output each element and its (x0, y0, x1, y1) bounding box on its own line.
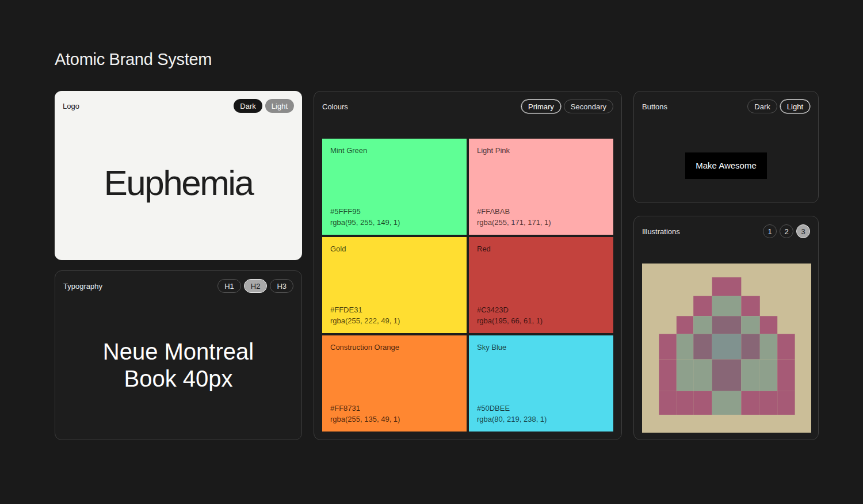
swatch-hex: #50DBEE (477, 403, 547, 414)
swatch-grid: Mint Green #5FFF95 rgba(95, 255, 149, 1)… (322, 139, 613, 432)
swatch-meta: #50DBEE rgba(80, 219, 238, 1) (477, 403, 547, 425)
buttons-dark-toggle[interactable]: Dark (747, 100, 777, 113)
page-title: Atomic Brand System (55, 50, 212, 69)
swatch-meta: #FFABAB rgba(255, 171, 171, 1) (477, 207, 551, 228)
swatch-name: Gold (330, 245, 459, 253)
type-specimen-line1: Neue Montreal (103, 338, 254, 365)
swatch-mint-green: Mint Green #5FFF95 rgba(95, 255, 149, 1) (322, 139, 467, 235)
colours-card-label: Colours (322, 102, 348, 111)
illustration-preview-area (642, 264, 810, 433)
buttons-light-toggle[interactable]: Light (780, 100, 810, 113)
h3-toggle[interactable]: H3 (270, 279, 293, 293)
type-specimen: Neue Montreal Book 40px (103, 338, 254, 392)
illustration-picker: 1 2 3 (763, 224, 810, 238)
buttons-theme-toggle: Dark Light (747, 100, 810, 113)
illustrations-card-label: Illustrations (642, 227, 680, 236)
logo-card-label: Logo (63, 102, 79, 110)
pixel-art-illustration (642, 264, 811, 433)
swatch-meta: #FFDE31 rgba(255, 222, 49, 1) (330, 305, 400, 327)
logo-theme-toggle: Dark Light (234, 99, 294, 113)
logo-card-header: Logo Dark Light (63, 99, 294, 113)
illustration-1-toggle[interactable]: 1 (763, 224, 777, 238)
swatch-construction-orange: Construction Orange #FF8731 rgba(255, 13… (322, 335, 467, 432)
swatch-rgba: rgba(195, 66, 61, 1) (477, 316, 543, 327)
swatch-hex: #C3423D (477, 305, 543, 316)
buttons-card-header: Buttons Dark Light (642, 100, 810, 113)
swatch-name: Light Pink (477, 146, 605, 155)
primary-palette-toggle[interactable]: Primary (521, 100, 561, 113)
illustrations-card-header: Illustrations 1 2 3 (642, 224, 810, 238)
h2-toggle[interactable]: H2 (244, 279, 268, 293)
logo-preview-area: Euphemia (63, 113, 294, 252)
colours-card-header: Colours Primary Secondary (322, 100, 613, 113)
right-column: Buttons Dark Light Make Awesome Illustra… (633, 91, 819, 440)
logo-dark-toggle[interactable]: Dark (234, 99, 262, 113)
illustration-3-toggle[interactable]: 3 (796, 224, 810, 238)
swatch-name: Construction Orange (330, 343, 459, 352)
palette-toggle: Primary Secondary (521, 100, 613, 113)
page: Atomic Brand System Logo Dark Light Euph… (0, 0, 863, 504)
swatch-hex: #5FFF95 (330, 207, 400, 217)
swatch-rgba: rgba(255, 171, 171, 1) (477, 217, 551, 228)
logo-card: Logo Dark Light Euphemia (55, 91, 302, 260)
illustrations-card: Illustrations 1 2 3 (633, 216, 819, 440)
make-awesome-button[interactable]: Make Awesome (685, 152, 767, 179)
swatch-rgba: rgba(255, 222, 49, 1) (330, 316, 400, 327)
swatch-name: Sky Blue (477, 343, 605, 352)
left-column: Logo Dark Light Euphemia Typography H1 H… (55, 91, 302, 440)
center-column: Colours Primary Secondary Mint Green #5F… (314, 91, 622, 440)
swatch-rgba: rgba(255, 135, 49, 1) (330, 414, 400, 425)
h1-toggle[interactable]: H1 (217, 279, 241, 293)
secondary-palette-toggle[interactable]: Secondary (564, 100, 613, 113)
typography-card-header: Typography H1 H2 H3 (63, 279, 293, 293)
swatch-hex: #FFDE31 (330, 305, 400, 316)
buttons-card: Buttons Dark Light Make Awesome (633, 91, 819, 203)
swatch-rgba: rgba(95, 255, 149, 1) (330, 217, 400, 228)
swatch-hex: #FFABAB (477, 207, 551, 217)
swatch-meta: #FF8731 rgba(255, 135, 49, 1) (330, 403, 400, 425)
button-preview-area: Make Awesome (642, 113, 810, 194)
typography-card-label: Typography (63, 282, 102, 291)
buttons-card-label: Buttons (642, 102, 667, 111)
swatch-rgba: rgba(80, 219, 238, 1) (477, 414, 547, 425)
illustration-2-toggle[interactable]: 2 (780, 224, 793, 238)
typography-card: Typography H1 H2 H3 Neue Montreal Book 4… (55, 270, 302, 440)
swatch-red: Red #C3423D rgba(195, 66, 61, 1) (469, 237, 613, 333)
brand-wordmark: Euphemia (104, 162, 253, 203)
swatch-name: Red (477, 245, 605, 253)
type-specimen-area: Neue Montreal Book 40px (63, 293, 293, 432)
swatch-name: Mint Green (330, 146, 459, 155)
swatch-meta: #5FFF95 rgba(95, 255, 149, 1) (330, 207, 400, 228)
card-board: Logo Dark Light Euphemia Typography H1 H… (55, 91, 819, 440)
logo-light-toggle[interactable]: Light (265, 99, 294, 113)
swatch-gold: Gold #FFDE31 rgba(255, 222, 49, 1) (322, 237, 467, 333)
swatch-light-pink: Light Pink #FFABAB rgba(255, 171, 171, 1… (469, 139, 613, 235)
type-specimen-line2: Book 40px (103, 365, 254, 392)
swatch-meta: #C3423D rgba(195, 66, 61, 1) (477, 305, 543, 327)
colours-card: Colours Primary Secondary Mint Green #5F… (314, 91, 622, 440)
swatch-hex: #FF8731 (330, 403, 400, 414)
swatch-sky-blue: Sky Blue #50DBEE rgba(80, 219, 238, 1) (469, 335, 613, 432)
heading-level-toggle: H1 H2 H3 (217, 279, 293, 293)
